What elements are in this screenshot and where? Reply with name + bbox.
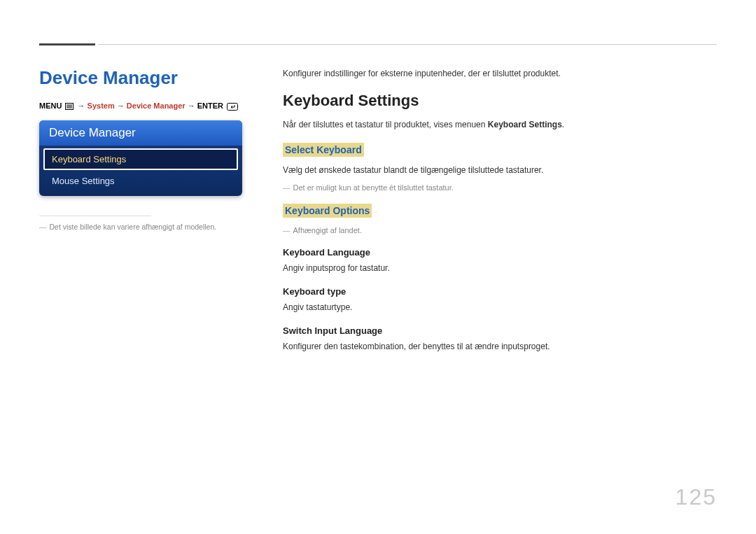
keyboard-settings-line-suffix: . <box>562 120 564 129</box>
osd-item-mouse-settings[interactable]: Mouse Settings <box>39 170 242 196</box>
breadcrumb-menu-label: MENU <box>39 101 62 110</box>
section-title: Device Manager <box>39 67 249 89</box>
keyboard-settings-body: Når der tilsluttes et tastatur til produ… <box>283 118 717 132</box>
keyboard-language-body: Angiv inputsprog for tastatur. <box>283 262 717 275</box>
breadcrumb-device-manager: Device Manager <box>127 101 186 110</box>
enter-icon <box>227 103 238 111</box>
menu-icon <box>65 103 74 110</box>
select-keyboard-heading: Select Keyboard <box>283 143 364 157</box>
keyboard-options-note: Afhængigt af landet. <box>283 225 717 237</box>
keyboard-language-heading: Keyboard Language <box>283 247 717 258</box>
switch-input-language-body: Konfigurer den tastekombination, der ben… <box>283 340 717 353</box>
keyboard-settings-line-prefix: Når der tilsluttes et tastatur til produ… <box>283 120 488 129</box>
breadcrumb-enter-label: ENTER <box>197 101 223 110</box>
keyboard-settings-heading: Keyboard Settings <box>283 92 717 110</box>
breadcrumb-arrow: → <box>78 101 85 110</box>
breadcrumb-arrow: → <box>117 101 125 110</box>
breadcrumb: MENU → System → Device Manager → ENTER <box>39 101 249 111</box>
breadcrumb-system: System <box>88 101 115 110</box>
right-column: Konfigurer indstillinger for eksterne in… <box>283 67 717 365</box>
osd-panel: Device Manager Keyboard Settings Mouse S… <box>39 120 242 196</box>
osd-header: Device Manager <box>39 120 242 146</box>
keyboard-type-body: Angiv tastaturtype. <box>283 301 717 314</box>
breadcrumb-arrow: → <box>188 101 195 110</box>
keyboard-type-heading: Keyboard type <box>283 286 717 297</box>
osd-item-keyboard-settings[interactable]: Keyboard Settings <box>43 148 238 170</box>
select-keyboard-note: Det er muligt kun at benytte ét tilslutt… <box>283 182 717 195</box>
left-note: Det viste billede kan variere afhængigt … <box>39 222 249 233</box>
select-keyboard-body: Vælg det ønskede tastatur blandt de tilg… <box>283 164 717 177</box>
intro-text: Konfigurer indstillinger for eksterne in… <box>283 67 717 80</box>
switch-input-language-heading: Switch Input Language <box>283 325 717 336</box>
page: Device Manager MENU → System → Device Ma… <box>0 0 756 534</box>
top-accent-bar <box>39 43 95 45</box>
top-horizontal-rule <box>98 44 717 45</box>
keyboard-options-heading: Keyboard Options <box>283 204 372 218</box>
keyboard-settings-line-bold: Keyboard Settings <box>488 120 562 129</box>
left-column: Device Manager MENU → System → Device Ma… <box>39 67 249 365</box>
left-note-divider <box>39 216 151 216</box>
page-number: 125 <box>676 484 717 510</box>
